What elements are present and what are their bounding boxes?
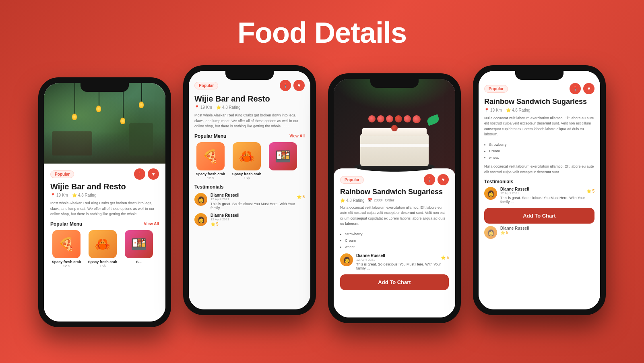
food-image-3 <box>334 79 455 184</box>
testimonial-4-1: 👩 Dianne Russell ⭐5 <box>484 226 594 239</box>
ingredients-3: Strowberry Cream wheat <box>345 231 449 251</box>
avatar-4: 👩 <box>484 187 497 200</box>
view-all-1[interactable]: View All <box>144 222 159 226</box>
page-header: Food Details <box>237 0 407 61</box>
menu-img-pizza: 🍕 <box>52 230 80 258</box>
menu-item-2-1[interactable]: 🦀 Spacy fresh crab 16$ <box>231 142 263 180</box>
rating-stars-3: ⭐ 4.8 Rating <box>340 198 365 203</box>
testimonial-content-4: Dianne Russell 12 April 2021 ⭐ 5 This is… <box>500 187 594 204</box>
testimonial-3: 👩 Dianne Russell 12 April 2021 ⭐5 This i… <box>340 253 449 270</box>
stars-row-2-0: ⭐ 5 <box>297 195 305 199</box>
phone-notch-1 <box>80 83 129 92</box>
ingredients-4: Strowberry Cream wheat <box>489 141 594 161</box>
heart-icon-1[interactable]: ♥ <box>148 168 159 180</box>
restaurant-image-1 <box>44 83 165 164</box>
star-count-2-0: 5 <box>302 195 305 199</box>
phone-notch-2 <box>225 71 274 80</box>
testimonial-content-3: Dianne Russell 12 April 2021 ⭐5 This is … <box>356 253 449 270</box>
description-4: Nulla occaecat velit laborum exercitatio… <box>484 116 594 137</box>
view-all-2[interactable]: View All <box>289 134 305 138</box>
testimonial-name-3: Dianne Russell <box>356 253 385 258</box>
testimonials-2: Testimonials 👩 Dianne Russell 12 April 2… <box>194 184 305 226</box>
testimonial-name-2-1: Dianne Russell <box>211 213 305 218</box>
stars-4: ⭐ 5 <box>586 187 594 195</box>
badge-popular-4: Popular <box>484 85 508 93</box>
add-to-chart-3[interactable]: Add To Chart <box>340 274 449 290</box>
avatar-3: 👩 <box>340 253 353 266</box>
bottom-card-3: Popular 📍 ♥ Rainbow Sandwich Sugarless ⭐… <box>334 168 455 317</box>
testimonial-date-2-0: 12 April 2021 <box>211 197 239 201</box>
avatar-4-1: 👩 <box>484 226 497 239</box>
heart-icon-3[interactable]: ♥ <box>438 174 449 185</box>
popular-menu-label-1: Popular Menu <box>50 221 82 227</box>
testimonial-content-2-1: Dianne Russell 12 April 2021 ⭐ 5 <box>211 213 305 226</box>
testimonial-2-0: 👩 Dianne Russell 12 April 2021 ⭐ 5 <box>194 193 305 210</box>
menu-name-1-0: Spacy fresh crab <box>50 260 83 264</box>
rating-2: ⭐ 4.8 Rating <box>216 105 241 110</box>
popular-menu-label-2: Popular Menu <box>194 133 226 139</box>
menu-img-extra: 🍱 <box>125 230 153 258</box>
phone-notch-3 <box>370 79 419 88</box>
menu-item-1-2[interactable]: 🍱 S... <box>123 230 155 268</box>
testimonial-date-4: 12 April 2021 <box>500 191 529 195</box>
badge-popular-3: Popular <box>340 176 364 184</box>
phone-2-screen: Popular 📍 ♥ Wijie Bar and Resto 📍 19 Km … <box>189 71 310 309</box>
description-2: Most whole Alaskan Red King Crabs get br… <box>194 113 305 129</box>
rating-4: ⭐ 4.8 Rating <box>506 108 530 112</box>
menu-price-1-1: 16$ <box>87 264 119 268</box>
phone-3-screen: Popular 📍 ♥ Rainbow Sandwich Sugarless ⭐… <box>334 79 455 317</box>
avatar-2-0: 👩 <box>194 193 207 206</box>
menu-name-2-0: Spacy fresh crab <box>194 172 227 176</box>
popular-menu-header-1: Popular Menu View All <box>50 221 159 227</box>
heart-icon-4[interactable]: ♥ <box>583 83 594 94</box>
phone-4: Popular 📍 ♥ Rainbow Sandwich Sugarless 📍… <box>473 65 606 315</box>
testimonial-text-3: This is great. So delicious! You Must He… <box>356 262 449 270</box>
location-icon-1[interactable]: 📍 <box>134 168 145 180</box>
testimonials-label-2: Testimonials <box>194 184 305 190</box>
menu-price-1-0: 12 $ <box>50 264 83 268</box>
testimonial-name-2-0: Dianne Russell <box>211 193 239 197</box>
location-icon-2[interactable]: 📍 <box>280 80 291 91</box>
location-icon-4[interactable]: 📍 <box>570 83 581 94</box>
testimonial-4: 👩 Dianne Russell 12 April 2021 ⭐ 5 <box>484 187 594 204</box>
distance-2: 📍 19 Km <box>194 105 212 110</box>
order-meta-3: 📅 2000+ Order <box>368 198 394 202</box>
page-title: Food Details <box>237 16 407 49</box>
rating-1: ⭐ 4.8 Rating <box>72 193 97 197</box>
menu-item-2-0[interactable]: 🍕 Spacy fresh crab 12 $ <box>194 142 227 180</box>
location-icon-3[interactable]: 📍 <box>424 174 435 185</box>
star-count-2-1: 5 <box>216 222 219 226</box>
description-4b: Nulla occaecat velit laborum exercitatio… <box>484 164 594 175</box>
ingredient-4-2: wheat <box>489 154 594 161</box>
testimonial-name-4-1: Dianne Russell <box>500 226 594 230</box>
menu-img-crab: 🦀 <box>89 230 117 258</box>
distance-1: 📍 19 Km <box>50 193 68 197</box>
phone-4-content: Popular 📍 ♥ Rainbow Sandwich Sugarless 📍… <box>479 71 600 309</box>
testimonial-text-2-0: This is great. So delicious! You Must He… <box>211 202 305 210</box>
phone-1-screen: Popular 📍 ♥ Wijie Bar and Resto 📍 19 Km <box>44 83 165 322</box>
badge-popular-2: Popular <box>194 82 218 89</box>
restaurant-name-4: Rainbow Sandwich Sugarless <box>484 97 594 106</box>
menu-item-1-1[interactable]: 🦀 Spacy fresh crab 16$ <box>87 230 119 268</box>
menu-img-crab-2: 🦀 <box>233 142 261 170</box>
add-to-chart-4[interactable]: Add To Chart <box>484 208 594 224</box>
ingredient-4-0: Strowberry <box>489 141 594 148</box>
description-3: Nulla occaecat velit laborum exercitatio… <box>340 205 449 227</box>
avatar-2-1: 👩 <box>194 213 207 226</box>
testimonial-date-2-1: 12 April 2021 <box>211 218 305 221</box>
menu-name-1-2: S... <box>123 260 155 264</box>
ingredient-3-0: Strowberry <box>345 231 449 237</box>
ingredient-3-1: Cream <box>345 237 449 244</box>
menu-name-2-1: Spacy fresh crab <box>231 172 263 176</box>
menu-item-2-2[interactable]: 🍱 <box>267 142 299 180</box>
restaurant-name-3: Rainbow Sandwich Sugarless <box>340 188 449 197</box>
heart-icon-2[interactable]: ♥ <box>293 80 305 91</box>
testimonial-2-1: 👩 Dianne Russell 12 April 2021 ⭐ 5 <box>194 213 305 226</box>
testimonial-name-4: Dianne Russell <box>500 187 529 191</box>
menu-item-1-0[interactable]: 🍕 Spacy fresh crab 12 $ <box>50 230 83 268</box>
phone-1-content: Popular 📍 ♥ Wijie Bar and Resto 📍 19 Km <box>44 164 165 273</box>
testimonial-content-2-0: Dianne Russell 12 April 2021 ⭐ 5 This is… <box>211 193 305 210</box>
phone-1: Popular 📍 ♥ Wijie Bar and Resto 📍 19 Km <box>38 77 171 327</box>
menu-items-1: 🍕 Spacy fresh crab 12 $ 🦀 Spacy fresh cr… <box>50 230 159 268</box>
distance-4: 📍 19 Km <box>484 108 502 112</box>
